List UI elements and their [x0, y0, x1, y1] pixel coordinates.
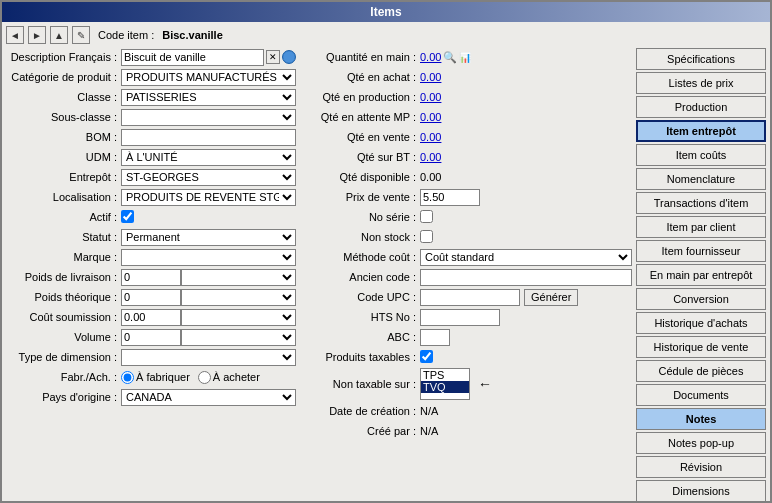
search-icon[interactable]: 🔍 [443, 51, 457, 64]
poids-livraison-unit-select[interactable] [181, 269, 296, 286]
middle-panel: Quantité en main : 0.00 🔍 📊 Qté en achat… [300, 48, 632, 503]
date-creation-label: Date de création : [300, 405, 420, 417]
poids-theorique-input[interactable] [121, 289, 181, 306]
cedule-pieces-button[interactable]: Cédule de pièces [636, 360, 766, 382]
localisation-row: Localisation : PRODUITS DE REVENTE STG [6, 188, 296, 206]
item-couts-button[interactable]: Item coûts [636, 144, 766, 166]
item-entrepot-button[interactable]: Item entrepôt [636, 120, 766, 142]
qte-achat-value[interactable]: 0.00 [420, 71, 441, 83]
prix-vente-label: Prix de vente : [300, 191, 420, 203]
type-dimension-select[interactable] [121, 349, 296, 366]
notes-button[interactable]: Notes [636, 408, 766, 430]
acheter-radio-label[interactable]: À acheter [198, 371, 260, 384]
acheter-radio[interactable] [198, 371, 211, 384]
qte-main-value[interactable]: 0.00 [420, 51, 441, 63]
notes-popup-button[interactable]: Notes pop-up [636, 432, 766, 454]
localisation-select[interactable]: PRODUITS DE REVENTE STG [121, 189, 296, 206]
sous-classe-label: Sous-classe : [6, 111, 121, 123]
description-input[interactable] [121, 49, 264, 66]
arrow-indicator: ← [478, 376, 492, 392]
poids-theorique-unit-select[interactable] [181, 289, 296, 306]
no-serie-checkbox[interactable] [420, 210, 433, 223]
production-button[interactable]: Production [636, 96, 766, 118]
item-par-client-button[interactable]: Item par client [636, 216, 766, 238]
revision-button[interactable]: Révision [636, 456, 766, 478]
cout-soumission-unit-select[interactable] [181, 309, 296, 326]
volume-input[interactable] [121, 329, 181, 346]
listbox-item-tvq[interactable]: TVQ [421, 381, 469, 393]
en-main-par-entrepot-button[interactable]: En main par entrepôt [636, 264, 766, 286]
qte-bt-label: Qté sur BT : [300, 151, 420, 163]
volume-row: Volume : [6, 328, 296, 346]
hts-no-input[interactable] [420, 309, 500, 326]
classe-select[interactable]: PATISSERIES [121, 89, 296, 106]
globe-icon[interactable] [282, 50, 296, 64]
entrepot-label: Entrepôt : [6, 171, 121, 183]
abc-label: ABC : [300, 331, 420, 343]
bom-input[interactable] [121, 129, 296, 146]
abc-input[interactable] [420, 329, 450, 346]
marque-select[interactable] [121, 249, 296, 266]
qte-bt-value[interactable]: 0.00 [420, 151, 441, 163]
dimensions-button[interactable]: Dimensions [636, 480, 766, 502]
actif-row: Actif : [6, 208, 296, 226]
non-taxable-listbox[interactable]: TPS TVQ [420, 368, 470, 400]
ancien-code-input[interactable] [420, 269, 632, 286]
classe-row: Classe : PATISSERIES [6, 88, 296, 106]
documents-button[interactable]: Documents [636, 384, 766, 406]
code-upc-row: Code UPC : Générer [300, 288, 632, 306]
produits-taxables-label: Produits taxables : [300, 351, 420, 363]
item-fournisseur-button[interactable]: Item fournisseur [636, 240, 766, 262]
fabriquer-radio-label[interactable]: À fabriquer [121, 371, 190, 384]
localisation-label: Localisation : [6, 191, 121, 203]
statut-label: Statut : [6, 231, 121, 243]
qte-main-row: Quantité en main : 0.00 🔍 📊 [300, 48, 632, 66]
qte-attente-mp-value[interactable]: 0.00 [420, 111, 441, 123]
prix-vente-input[interactable] [420, 189, 480, 206]
conversion-button[interactable]: Conversion [636, 288, 766, 310]
qte-attente-mp-row: Qté en attente MP : 0.00 [300, 108, 632, 126]
listbox-item-tps[interactable]: TPS [421, 369, 469, 381]
poids-livraison-row: Poids de livraison : [6, 268, 296, 286]
back-button[interactable]: ◄ [6, 26, 24, 44]
pays-origine-row: Pays d'origine : CANADA [6, 388, 296, 406]
generer-button[interactable]: Générer [524, 289, 578, 306]
volume-unit-select[interactable] [181, 329, 296, 346]
poids-livraison-input[interactable] [121, 269, 181, 286]
entrepot-select[interactable]: ST-GEORGES [121, 169, 296, 186]
non-stock-checkbox[interactable] [420, 230, 433, 243]
no-serie-label: No série : [300, 211, 420, 223]
home-button[interactable]: ▲ [50, 26, 68, 44]
poids-theorique-row: Poids théorique : [6, 288, 296, 306]
chart-icon[interactable]: 📊 [459, 52, 471, 63]
methode-cout-select[interactable]: Coût standard [420, 249, 632, 266]
transactions-item-button[interactable]: Transactions d'item [636, 192, 766, 214]
acheter-label: À acheter [213, 371, 260, 383]
code-item-label: Code item : [98, 29, 158, 41]
pays-origine-select[interactable]: CANADA [121, 389, 296, 406]
historique-vente-button[interactable]: Historique de vente [636, 336, 766, 358]
categorie-select[interactable]: PRODUITS MANUFACTURÉS [121, 69, 296, 86]
qte-vente-value[interactable]: 0.00 [420, 131, 441, 143]
cout-soumission-label: Coût soumission : [6, 311, 121, 323]
cout-soumission-input[interactable] [121, 309, 181, 326]
qte-production-label: Qté en production : [300, 91, 420, 103]
sous-classe-select[interactable] [121, 109, 296, 126]
specifications-button[interactable]: Spécifications [636, 48, 766, 70]
edit-button[interactable]: ✎ [72, 26, 90, 44]
nomenclature-button[interactable]: Nomenclature [636, 168, 766, 190]
qte-achat-label: Qté en achat : [300, 71, 420, 83]
fabr-ach-row: Fabr./Ach. : À fabriquer À acheter [6, 368, 296, 386]
qte-production-value[interactable]: 0.00 [420, 91, 441, 103]
listes-prix-button[interactable]: Listes de prix [636, 72, 766, 94]
forward-button[interactable]: ► [28, 26, 46, 44]
produits-taxables-checkbox[interactable] [420, 350, 433, 363]
categorie-label: Catégorie de produit : [6, 71, 121, 83]
historique-achats-button[interactable]: Historique d'achats [636, 312, 766, 334]
code-upc-input[interactable] [420, 289, 520, 306]
udm-select[interactable]: À L'UNITÉ [121, 149, 296, 166]
fabriquer-radio[interactable] [121, 371, 134, 384]
statut-select[interactable]: Permanent [121, 229, 296, 246]
actif-checkbox[interactable] [121, 210, 134, 223]
clear-description-button[interactable]: ✕ [266, 50, 280, 64]
